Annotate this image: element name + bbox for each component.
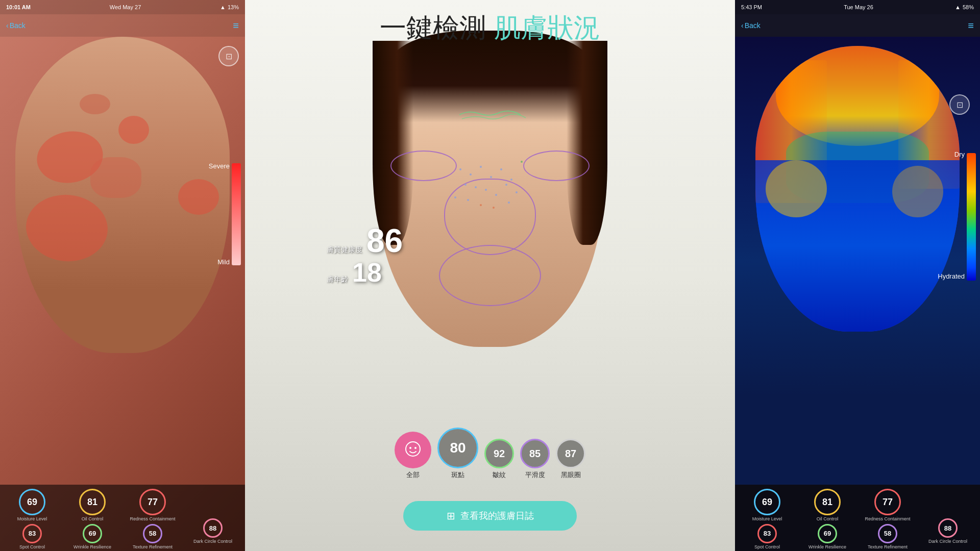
spot-control-right: 83: [757, 524, 777, 543]
metric-moisture-left: 69 Moisture Level 83 Spot Control: [2, 489, 62, 550]
status-bar-right: 5:43 PM Tue May 26 ▲ 58%: [735, 0, 980, 14]
severity-severe: Severe: [209, 162, 230, 170]
wifi-icon-left: ▲: [220, 4, 226, 10]
metric-all-label: 全部: [406, 470, 420, 480]
eye-circle-left: [390, 151, 457, 181]
nav-bar-right: ‹ Back ≡: [735, 14, 980, 37]
thermal-dry-label: Dry: [954, 151, 965, 158]
svg-point-1: [409, 447, 411, 449]
battery-left: 13%: [228, 4, 239, 10]
dot-9: [485, 189, 487, 191]
status-time-left: 10:01 AM: [6, 4, 31, 10]
eye-circle-right: [523, 151, 590, 181]
status-icons-right: ▲ 58%: [955, 4, 974, 10]
face-left: [15, 37, 230, 353]
dot-13: [467, 199, 469, 201]
spots-label: 斑點: [451, 470, 464, 480]
metric-oil-left: 81 Oil Control 69 Wrinkle Resilience: [62, 489, 122, 550]
wrinkle-lines-svg: [449, 105, 531, 125]
title-black: 一鍵檢測: [380, 13, 486, 42]
center-metrics: 全部 80 斑點 92 皺紋 85 平滑度 87 黑眼圈: [245, 428, 735, 480]
wrinkle-left: 69: [83, 524, 102, 543]
dark-circle-left: 88: [203, 518, 223, 538]
nav-bar-left: ‹ Back ≡: [0, 14, 245, 37]
moisture-large-left: 69: [19, 489, 45, 515]
smoothness-score: 85: [520, 439, 550, 468]
metric-redness-left: 77 Redness Containment 58 Texture Refine…: [122, 489, 183, 550]
back-button-right[interactable]: ‹ Back: [741, 21, 761, 30]
chin-circle: [439, 245, 541, 306]
dot-11: [516, 191, 518, 193]
dot-2: [470, 173, 472, 176]
darkcircle-label: 黑眼圈: [561, 470, 581, 480]
status-day-left: Wed May 27: [110, 4, 141, 10]
dot-14: [495, 194, 497, 196]
face-icon-circle[interactable]: [395, 432, 431, 468]
health-label: 膚質健康度: [327, 245, 362, 255]
metric-redness-right: 77 Redness Containment 58 Texture Refine…: [857, 489, 918, 550]
redness-large-right: 77: [874, 489, 901, 515]
metric-spots[interactable]: 80 斑點: [437, 428, 478, 480]
back-button-left[interactable]: ‹ Back: [6, 21, 26, 30]
dot-3: [480, 166, 482, 168]
svg-point-0: [406, 442, 420, 456]
menu-icon-right[interactable]: ≡: [968, 20, 974, 32]
metrics-bar-left: 69 Moisture Level 83 Spot Control 81 Oil…: [0, 485, 245, 551]
dot-6: [510, 179, 512, 181]
status-day-right: Tue May 26: [844, 4, 873, 10]
dot-10: [505, 184, 507, 186]
metric-darkcircle-right: 88 Dark Circle Control: [918, 489, 978, 544]
wifi-icon-right: ▲: [955, 4, 961, 10]
dark-circle-right: 88: [938, 518, 958, 538]
face-scores: 膚質健康度 86 膚年齡 18: [327, 224, 403, 288]
thermal-hydrated-label: Hydrated: [938, 272, 965, 280]
left-panel: 10:01 AM Wed May 27 ▲ 13% ‹ Back ≡ Sever…: [0, 0, 245, 551]
cta-button[interactable]: ⊞ 查看我的護膚日誌: [403, 501, 577, 531]
dot-7: [464, 184, 467, 186]
metrics-bar-right: 69 Moisture Level 83 Spot Control 81 Oil…: [735, 485, 980, 551]
dot-1: [459, 168, 461, 170]
thermal-face-viz: [755, 46, 960, 332]
dot-12: [454, 196, 456, 198]
oil-large-right: 81: [814, 489, 841, 515]
svg-point-2: [414, 447, 416, 449]
metric-oil-right: 81 Oil Control 69 Wrinkle Resilience: [797, 489, 857, 550]
metric-moisture-right: 69 Moisture Level 83 Spot Control: [737, 489, 797, 550]
dot-8: [475, 186, 477, 188]
age-label: 膚年齡: [327, 275, 348, 284]
wrinkles-label: 皺紋: [493, 470, 506, 480]
spot-control-left: 83: [22, 524, 42, 543]
center-title: 一鍵檢測 肌膚狀況: [245, 10, 735, 46]
dot-4: [490, 176, 492, 178]
nose-circle: [444, 179, 536, 255]
metric-wrinkles[interactable]: 92 皺紋: [484, 439, 514, 480]
age-score: 18: [352, 259, 382, 286]
texture-left: 58: [143, 524, 162, 543]
status-bar-left: 10:01 AM Wed May 27 ▲ 13%: [0, 0, 245, 14]
calendar-icon: ⊞: [447, 510, 455, 522]
cta-label: 查看我的護膚日誌: [460, 510, 534, 522]
dot-18: [521, 161, 523, 163]
dot-15: [508, 202, 510, 204]
battery-right: 58%: [963, 4, 974, 10]
menu-icon-left[interactable]: ≡: [233, 20, 239, 32]
metric-smoothness[interactable]: 85 平滑度: [520, 439, 550, 480]
toggle-icon-right[interactable]: ⊡: [949, 94, 970, 115]
redness-large-left: 77: [139, 489, 166, 515]
dot-16: [480, 204, 482, 206]
oil-large-left: 81: [79, 489, 106, 515]
dot-5: [500, 168, 502, 170]
spots-score: 80: [437, 428, 478, 468]
severity-mild: Mild: [217, 258, 230, 266]
metric-dark-circles[interactable]: 87 黑眼圈: [556, 439, 585, 480]
dot-17: [493, 207, 495, 209]
wrinkles-score: 92: [484, 439, 514, 468]
metric-darkcircle-left: 88 Dark Circle Control: [183, 489, 243, 544]
thermal-scale: [967, 153, 976, 281]
wrinkle-right: 69: [818, 524, 837, 543]
metric-all[interactable]: 全部: [395, 432, 431, 480]
center-panel: 一鍵檢測 肌膚狀況 膚質健康度: [245, 0, 735, 551]
moisture-large-right: 69: [754, 489, 780, 515]
right-panel: 5:43 PM Tue May 26 ▲ 58% ‹ Back ≡ ⊡ Dry …: [735, 0, 980, 551]
toggle-icon-left[interactable]: ⊡: [218, 46, 239, 66]
